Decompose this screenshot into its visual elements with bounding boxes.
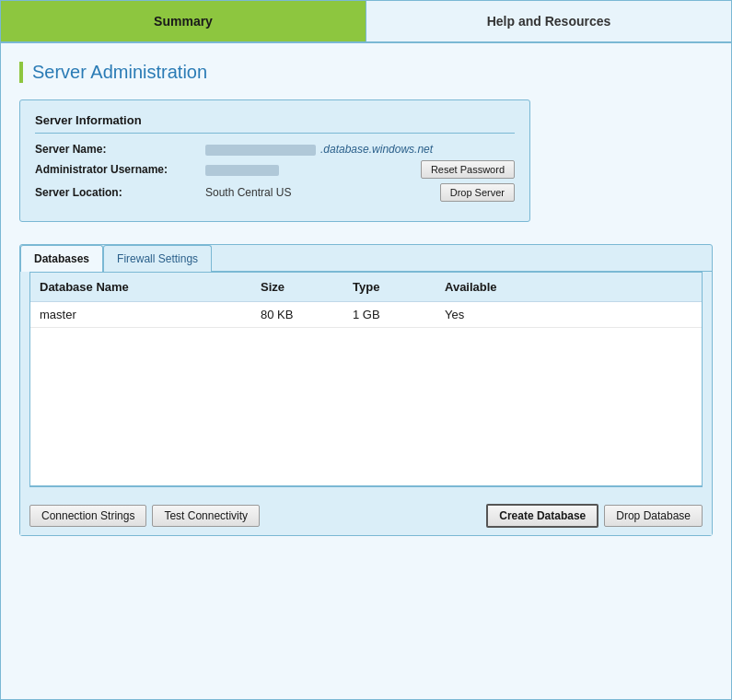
tab-firewall-settings-label: Firewall Settings <box>117 252 198 265</box>
tab-databases[interactable]: Databases <box>20 245 103 272</box>
server-name-value: .database.windows.net <box>205 143 515 156</box>
tab-help-resources[interactable]: Help and Resources <box>366 1 731 41</box>
server-name-suffix: .database.windows.net <box>320 143 433 156</box>
db-table-body: master 80 KB 1 GB Yes <box>30 302 702 486</box>
db-table-wrapper: Database Name Size Type Available master… <box>29 272 703 487</box>
drop-database-button[interactable]: Drop Database <box>604 505 703 527</box>
main-window: Summary Help and Resources Server Admini… <box>0 0 732 700</box>
drop-server-button[interactable]: Drop Server <box>440 183 515 202</box>
admin-username-value <box>205 163 413 176</box>
db-tab-bar: Databases Firewall Settings <box>20 245 712 272</box>
admin-username-label: Administrator Username: <box>35 163 205 176</box>
admin-username-row: Administrator Username: Reset Password <box>35 160 515 179</box>
main-content: Server Administration Server Information… <box>1 43 731 699</box>
action-buttons-bar: Connection Strings Test Connectivity Cre… <box>20 496 712 535</box>
server-name-label: Server Name: <box>35 143 205 156</box>
table-row[interactable]: master 80 KB 1 GB Yes <box>30 302 702 328</box>
db-table-header: Database Name Size Type Available <box>30 273 702 302</box>
server-location-row: Server Location: South Central US Drop S… <box>35 183 515 202</box>
test-connectivity-button[interactable]: Test Connectivity <box>152 505 260 527</box>
admin-username-blurred <box>205 165 279 176</box>
tab-help-resources-label: Help and Resources <box>487 14 611 29</box>
server-name-blurred <box>205 145 316 156</box>
server-info-box: Server Information Server Name: .databas… <box>19 99 530 222</box>
col-size: Size <box>261 280 353 294</box>
server-location-value: South Central US <box>205 186 433 199</box>
col-database-name: Database Name <box>40 280 261 294</box>
server-name-row: Server Name: .database.windows.net <box>35 143 515 156</box>
connection-strings-button[interactable]: Connection Strings <box>29 505 146 527</box>
tab-databases-label: Databases <box>34 252 89 265</box>
tab-bar: Summary Help and Resources <box>1 1 731 43</box>
col-type: Type <box>353 280 445 294</box>
tab-summary[interactable]: Summary <box>1 1 366 41</box>
server-location-label: Server Location: <box>35 186 205 199</box>
row-available: Yes <box>445 308 692 321</box>
tab-firewall-settings[interactable]: Firewall Settings <box>103 245 212 272</box>
page-title: Server Administration <box>19 62 713 83</box>
create-database-button[interactable]: Create Database <box>486 504 598 528</box>
database-section: Databases Firewall Settings Database Nam… <box>19 244 713 536</box>
row-db-name: master <box>40 308 261 321</box>
row-size: 80 KB <box>261 308 353 321</box>
col-available: Available <box>445 280 692 294</box>
server-info-title: Server Information <box>35 113 515 134</box>
row-type: 1 GB <box>353 308 445 321</box>
reset-password-button[interactable]: Reset Password <box>421 160 515 179</box>
tab-summary-label: Summary <box>154 14 213 29</box>
